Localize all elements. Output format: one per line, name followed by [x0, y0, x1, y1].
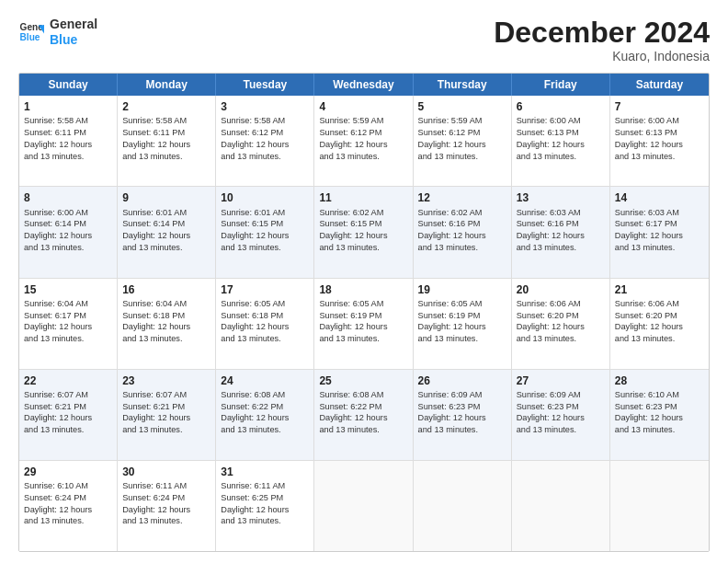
- table-row: 31Sunrise: 6:11 AM Sunset: 6:25 PM Dayli…: [216, 461, 314, 551]
- table-row: 5Sunrise: 5:59 AM Sunset: 6:12 PM Daylig…: [414, 96, 512, 186]
- cell-details: Sunrise: 6:10 AM Sunset: 6:23 PM Dayligh…: [615, 390, 683, 434]
- cell-details: Sunrise: 6:05 AM Sunset: 6:19 PM Dayligh…: [418, 299, 486, 343]
- cell-details: Sunrise: 5:59 AM Sunset: 6:12 PM Dayligh…: [418, 116, 486, 160]
- day-number: 2: [122, 99, 210, 114]
- logo-text: General: [50, 17, 97, 32]
- cell-details: Sunrise: 5:59 AM Sunset: 6:12 PM Dayligh…: [319, 116, 387, 160]
- table-row: 4Sunrise: 5:59 AM Sunset: 6:12 PM Daylig…: [314, 96, 413, 186]
- calendar: Sunday Monday Tuesday Wednesday Thursday…: [18, 73, 710, 552]
- table-row: 17Sunrise: 6:05 AM Sunset: 6:18 PM Dayli…: [216, 279, 314, 369]
- day-number: 8: [24, 190, 112, 205]
- calendar-header: Sunday Monday Tuesday Wednesday Thursday…: [19, 74, 709, 96]
- table-row: 18Sunrise: 6:05 AM Sunset: 6:19 PM Dayli…: [314, 279, 413, 369]
- table-row: 12Sunrise: 6:02 AM Sunset: 6:16 PM Dayli…: [414, 187, 512, 277]
- cell-details: Sunrise: 6:08 AM Sunset: 6:22 PM Dayligh…: [319, 390, 387, 434]
- header-saturday: Saturday: [610, 74, 709, 96]
- cell-details: Sunrise: 6:11 AM Sunset: 6:25 PM Dayligh…: [221, 481, 289, 525]
- table-row: 30Sunrise: 6:11 AM Sunset: 6:24 PM Dayli…: [118, 461, 216, 551]
- cell-details: Sunrise: 6:00 AM Sunset: 6:13 PM Dayligh…: [517, 116, 585, 160]
- table-row: 2Sunrise: 5:58 AM Sunset: 6:11 PM Daylig…: [118, 96, 216, 186]
- header-monday: Monday: [118, 74, 216, 96]
- day-number: 27: [517, 373, 605, 388]
- cell-details: Sunrise: 6:08 AM Sunset: 6:22 PM Dayligh…: [221, 390, 289, 434]
- table-row: 13Sunrise: 6:03 AM Sunset: 6:16 PM Dayli…: [512, 187, 610, 277]
- day-number: 10: [221, 190, 309, 205]
- cell-details: Sunrise: 6:10 AM Sunset: 6:24 PM Dayligh…: [24, 481, 92, 525]
- day-number: 9: [122, 190, 210, 205]
- cell-details: Sunrise: 6:02 AM Sunset: 6:15 PM Dayligh…: [319, 208, 387, 252]
- table-row: 28Sunrise: 6:10 AM Sunset: 6:23 PM Dayli…: [610, 370, 709, 460]
- table-row: 29Sunrise: 6:10 AM Sunset: 6:24 PM Dayli…: [19, 461, 118, 551]
- day-number: 6: [517, 99, 605, 114]
- page: General Blue General Blue December 2024 …: [0, 0, 728, 563]
- table-row: [610, 461, 709, 551]
- table-row: 27Sunrise: 6:09 AM Sunset: 6:23 PM Dayli…: [512, 370, 610, 460]
- table-row: 1Sunrise: 5:58 AM Sunset: 6:11 PM Daylig…: [19, 96, 118, 186]
- cell-details: Sunrise: 6:11 AM Sunset: 6:24 PM Dayligh…: [122, 481, 190, 525]
- cell-details: Sunrise: 6:04 AM Sunset: 6:18 PM Dayligh…: [122, 299, 190, 343]
- table-row: [314, 461, 413, 551]
- table-row: 26Sunrise: 6:09 AM Sunset: 6:23 PM Dayli…: [414, 370, 512, 460]
- logo-icon: General Blue: [18, 19, 44, 45]
- day-number: 26: [418, 373, 506, 388]
- table-row: 21Sunrise: 6:06 AM Sunset: 6:20 PM Dayli…: [610, 279, 709, 369]
- cell-details: Sunrise: 6:05 AM Sunset: 6:19 PM Dayligh…: [319, 299, 387, 343]
- day-number: 21: [615, 282, 704, 297]
- day-number: 17: [221, 282, 309, 297]
- table-row: 11Sunrise: 6:02 AM Sunset: 6:15 PM Dayli…: [314, 187, 413, 277]
- header-friday: Friday: [512, 74, 610, 96]
- day-number: 28: [615, 373, 704, 388]
- logo: General Blue General Blue: [18, 17, 97, 48]
- cell-details: Sunrise: 6:06 AM Sunset: 6:20 PM Dayligh…: [517, 299, 585, 343]
- day-number: 29: [24, 465, 112, 479]
- table-row: 25Sunrise: 6:08 AM Sunset: 6:22 PM Dayli…: [314, 370, 413, 460]
- table-row: 20Sunrise: 6:06 AM Sunset: 6:20 PM Dayli…: [512, 279, 610, 369]
- cell-details: Sunrise: 6:01 AM Sunset: 6:15 PM Dayligh…: [221, 208, 289, 252]
- day-number: 16: [122, 282, 210, 297]
- day-number: 13: [517, 190, 605, 205]
- table-row: 16Sunrise: 6:04 AM Sunset: 6:18 PM Dayli…: [118, 279, 216, 369]
- cell-details: Sunrise: 5:58 AM Sunset: 6:11 PM Dayligh…: [24, 116, 92, 160]
- day-number: 5: [418, 99, 506, 114]
- cell-details: Sunrise: 6:03 AM Sunset: 6:16 PM Dayligh…: [517, 208, 585, 252]
- header-thursday: Thursday: [414, 74, 512, 96]
- table-row: 8Sunrise: 6:00 AM Sunset: 6:14 PM Daylig…: [19, 187, 118, 277]
- day-number: 1: [24, 99, 112, 114]
- calendar-week-1: 1Sunrise: 5:58 AM Sunset: 6:11 PM Daylig…: [19, 96, 709, 187]
- day-number: 19: [418, 282, 506, 297]
- table-row: 22Sunrise: 6:07 AM Sunset: 6:21 PM Dayli…: [19, 370, 118, 460]
- table-row: 14Sunrise: 6:03 AM Sunset: 6:17 PM Dayli…: [610, 187, 709, 277]
- day-number: 18: [319, 282, 407, 297]
- day-number: 3: [221, 99, 309, 114]
- day-number: 25: [319, 373, 407, 388]
- day-number: 23: [122, 373, 210, 388]
- table-row: 15Sunrise: 6:04 AM Sunset: 6:17 PM Dayli…: [19, 279, 118, 369]
- day-number: 20: [517, 282, 605, 297]
- cell-details: Sunrise: 6:03 AM Sunset: 6:17 PM Dayligh…: [615, 208, 683, 252]
- cell-details: Sunrise: 6:00 AM Sunset: 6:13 PM Dayligh…: [615, 116, 683, 160]
- cell-details: Sunrise: 6:05 AM Sunset: 6:18 PM Dayligh…: [221, 299, 289, 343]
- table-row: 10Sunrise: 6:01 AM Sunset: 6:15 PM Dayli…: [216, 187, 314, 277]
- cell-details: Sunrise: 5:58 AM Sunset: 6:12 PM Dayligh…: [221, 116, 289, 160]
- day-number: 15: [24, 282, 112, 297]
- cell-details: Sunrise: 6:09 AM Sunset: 6:23 PM Dayligh…: [517, 390, 585, 434]
- calendar-week-5: 29Sunrise: 6:10 AM Sunset: 6:24 PM Dayli…: [19, 461, 709, 551]
- day-number: 24: [221, 373, 309, 388]
- cell-details: Sunrise: 6:07 AM Sunset: 6:21 PM Dayligh…: [24, 390, 92, 434]
- header-tuesday: Tuesday: [216, 74, 314, 96]
- table-row: 7Sunrise: 6:00 AM Sunset: 6:13 PM Daylig…: [610, 96, 709, 186]
- cell-details: Sunrise: 6:07 AM Sunset: 6:21 PM Dayligh…: [122, 390, 190, 434]
- day-number: 7: [615, 99, 704, 114]
- calendar-week-4: 22Sunrise: 6:07 AM Sunset: 6:21 PM Dayli…: [19, 370, 709, 461]
- subtitle: Kuaro, Indonesia: [494, 49, 710, 63]
- title-block: December 2024 Kuaro, Indonesia: [494, 17, 710, 63]
- table-row: 24Sunrise: 6:08 AM Sunset: 6:22 PM Dayli…: [216, 370, 314, 460]
- cell-details: Sunrise: 6:00 AM Sunset: 6:14 PM Dayligh…: [24, 208, 92, 252]
- cell-details: Sunrise: 6:09 AM Sunset: 6:23 PM Dayligh…: [418, 390, 486, 434]
- cell-details: Sunrise: 6:01 AM Sunset: 6:14 PM Dayligh…: [122, 208, 190, 252]
- day-number: 31: [221, 465, 309, 479]
- table-row: 6Sunrise: 6:00 AM Sunset: 6:13 PM Daylig…: [512, 96, 610, 186]
- table-row: 19Sunrise: 6:05 AM Sunset: 6:19 PM Dayli…: [414, 279, 512, 369]
- header-sunday: Sunday: [19, 74, 118, 96]
- cell-details: Sunrise: 6:02 AM Sunset: 6:16 PM Dayligh…: [418, 208, 486, 252]
